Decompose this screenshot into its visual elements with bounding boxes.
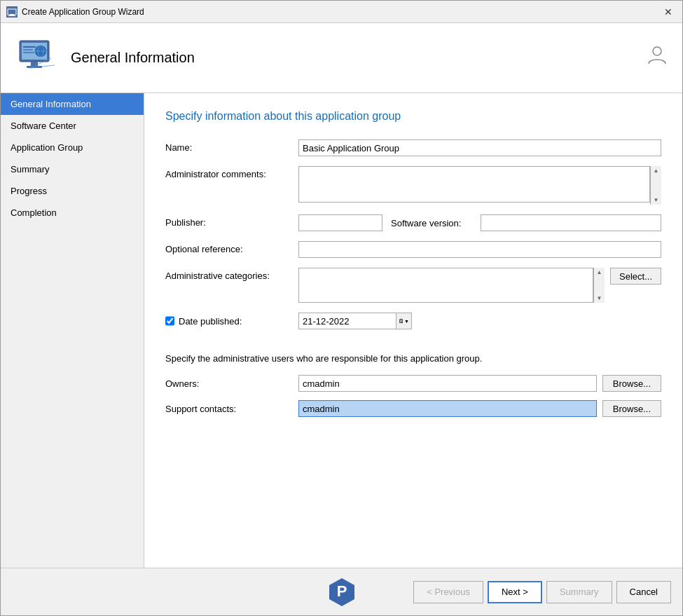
sidebar-item-completion[interactable]: Completion <box>1 202 144 224</box>
owners-row: Owners: Browse... <box>165 375 661 392</box>
wizard-window: Create Application Group Wizard ✕ <box>0 0 683 616</box>
optional-reference-row: Optional reference: <box>165 241 661 258</box>
optional-reference-input[interactable] <box>298 241 661 258</box>
categories-scrollbar: ▲ ▼ <box>593 268 605 303</box>
support-contacts-input[interactable] <box>298 400 597 417</box>
window-icon <box>6 6 18 18</box>
previous-button[interactable]: < Previous <box>413 581 483 603</box>
admin-categories-row: Administrative categories: ▲ ▼ Select... <box>165 268 661 303</box>
name-row: Name: <box>165 139 661 156</box>
support-contacts-row: Support contacts: Browse... <box>165 400 661 417</box>
next-button[interactable]: Next > <box>488 581 542 603</box>
publisher-fields: Software version: <box>298 214 661 231</box>
date-dropdown-button[interactable]: 🗓 ▼ <box>396 313 412 329</box>
sidebar: General Information Software Center Appl… <box>1 93 144 568</box>
admin-comments-label: Administrator comments: <box>165 166 298 179</box>
header-title: General Information <box>71 50 195 66</box>
date-published-checkbox-area: Date published: <box>165 316 298 327</box>
form-heading: Specify information about this applicati… <box>165 110 661 123</box>
form-panel: Specify information about this applicati… <box>144 93 682 568</box>
calendar-icon: 🗓 <box>399 318 404 324</box>
sidebar-item-application-group[interactable]: Application Group <box>1 137 144 158</box>
sidebar-item-summary[interactable]: Summary <box>1 158 144 180</box>
publisher-input[interactable] <box>298 214 382 231</box>
categories-input[interactable] <box>298 268 593 303</box>
name-input[interactable] <box>298 139 661 156</box>
main-content: General Information Software Center Appl… <box>1 93 682 568</box>
section-note: Specify the administrative users who are… <box>165 353 661 364</box>
publisher-label: Publisher: <box>165 214 298 228</box>
date-published-row: Date published: 🗓 ▼ <box>165 313 661 329</box>
date-published-label: Date published: <box>179 316 312 327</box>
date-published-checkbox[interactable] <box>165 316 174 326</box>
sidebar-item-general-information[interactable]: General Information <box>1 93 144 115</box>
owners-browse-button[interactable]: Browse... <box>602 375 661 392</box>
svg-text:P: P <box>336 582 347 600</box>
close-button[interactable]: ✕ <box>660 5 677 19</box>
header-left: General Information <box>15 36 195 81</box>
footer-logo: P <box>328 577 356 608</box>
person-icon <box>646 44 668 71</box>
summary-button[interactable]: Summary <box>546 581 612 603</box>
admin-comments-wrapper: ▲ ▼ <box>298 166 661 205</box>
support-contacts-browse-button[interactable]: Browse... <box>602 400 661 417</box>
name-label: Name: <box>165 139 298 153</box>
sidebar-item-progress[interactable]: Progress <box>1 180 144 202</box>
header-computer-icon <box>15 36 60 81</box>
optional-reference-label: Optional reference: <box>165 241 298 254</box>
svg-point-15 <box>653 47 661 55</box>
admin-categories-label: Administrative categories: <box>165 268 298 281</box>
svg-rect-1 <box>10 14 14 15</box>
categories-wrapper: ▲ ▼ <box>298 268 605 303</box>
publisher-row: Publisher: Software version: <box>165 214 661 231</box>
svg-rect-0 <box>8 9 16 15</box>
admin-comments-row: Administrator comments: ▲ ▼ <box>165 166 661 205</box>
admin-comments-scrollbar: ▲ ▼ <box>650 166 661 205</box>
owners-label: Owners: <box>165 378 298 389</box>
header-panel: General Information <box>1 23 682 93</box>
support-contacts-label: Support contacts: <box>165 404 298 414</box>
software-version-label: Software version: <box>382 218 481 228</box>
owners-input[interactable] <box>298 375 597 392</box>
software-version-input[interactable] <box>481 214 661 231</box>
window-title: Create Application Group Wizard <box>22 7 144 17</box>
date-input-wrapper: 🗓 ▼ <box>298 313 412 329</box>
cancel-button[interactable]: Cancel <box>616 581 671 603</box>
title-bar: Create Application Group Wizard ✕ <box>1 1 682 23</box>
svg-rect-2 <box>8 15 15 16</box>
footer: P < Previous Next > Summary Cancel <box>1 568 682 615</box>
date-published-input[interactable] <box>298 313 396 329</box>
title-bar-left: Create Application Group Wizard <box>6 6 144 18</box>
sidebar-item-software-center[interactable]: Software Center <box>1 115 144 137</box>
chevron-down-icon: ▼ <box>404 319 409 324</box>
admin-comments-input[interactable] <box>298 166 650 203</box>
select-button[interactable]: Select... <box>610 268 661 285</box>
